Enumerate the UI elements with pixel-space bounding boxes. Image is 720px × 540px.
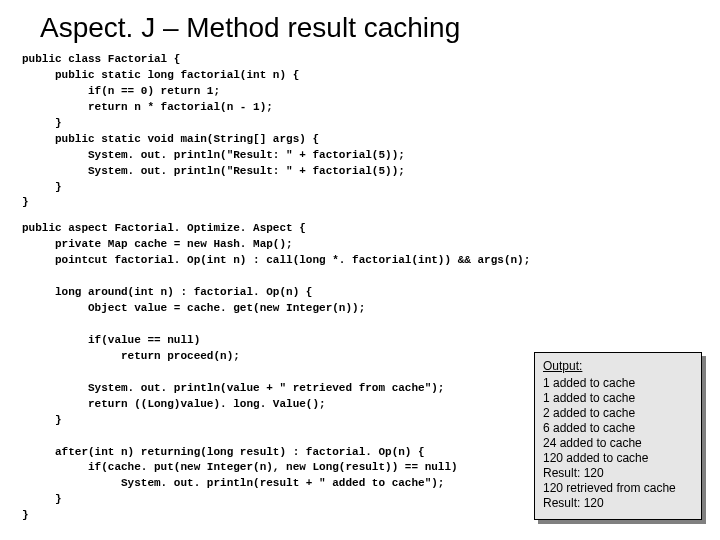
- output-line: 120 added to cache: [543, 451, 693, 466]
- output-line: Result: 120: [543, 496, 693, 511]
- output-line: Result: 120: [543, 466, 693, 481]
- output-line: 120 retrieved from cache: [543, 481, 693, 496]
- output-line: 24 added to cache: [543, 436, 693, 451]
- output-box: Output: 1 added to cache 1 added to cach…: [534, 352, 702, 520]
- output-line: 1 added to cache: [543, 376, 693, 391]
- slide-title: Aspect. J – Method result caching: [0, 0, 720, 52]
- slide: Aspect. J – Method result caching public…: [0, 0, 720, 540]
- output-line: 2 added to cache: [543, 406, 693, 421]
- output-line: 6 added to cache: [543, 421, 693, 436]
- code-block-class: public class Factorial { public static l…: [0, 52, 720, 211]
- output-line: 1 added to cache: [543, 391, 693, 406]
- output-title: Output:: [543, 359, 693, 374]
